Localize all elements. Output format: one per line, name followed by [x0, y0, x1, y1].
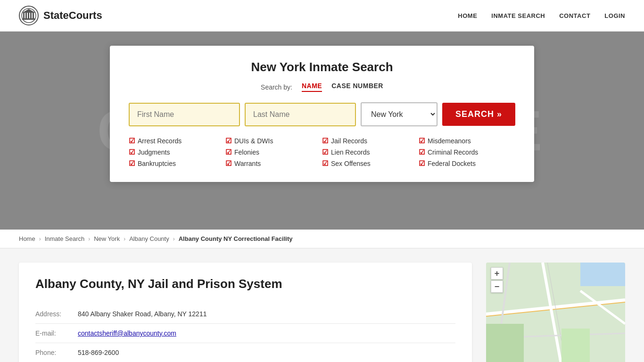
address-label: Address:: [35, 304, 78, 324]
check-judgments: ☑ Judgments: [129, 148, 225, 156]
checkmark-icon: ☑: [322, 148, 328, 156]
svg-rect-6: [33, 13, 34, 18]
check-bankruptcies: ☑ Bankruptcies: [129, 159, 225, 168]
phone-row: Phone: 518-869-2600: [35, 343, 455, 362]
checkmark-icon: ☑: [419, 148, 425, 156]
svg-rect-19: [561, 329, 590, 362]
search-by-label: Search by:: [261, 83, 292, 91]
svg-rect-18: [486, 324, 524, 362]
main-content: Albany County, NY Jail and Prison System…: [0, 248, 644, 362]
state-select[interactable]: New York: [361, 102, 438, 126]
search-by-row: Search by: NAME CASE NUMBER: [129, 82, 515, 92]
check-sex-offenses: ☑ Sex Offenses: [322, 159, 419, 168]
breadcrumb-sep-3: ›: [124, 236, 125, 242]
first-name-input[interactable]: [129, 103, 240, 126]
check-lien-records: ☑ Lien Records: [322, 148, 419, 156]
logo-area: StateCourts: [19, 6, 102, 25]
map-panel: + − CR 151: [486, 263, 625, 362]
search-title: New York Inmate Search: [129, 60, 515, 74]
zoom-out-button[interactable]: −: [491, 280, 503, 293]
check-misdemeanors: ☑ Misdemeanors: [419, 137, 515, 145]
check-warrants: ☑ Warrants: [225, 159, 322, 168]
check-label: Federal Dockets: [428, 160, 476, 167]
email-label: E-mail:: [35, 324, 78, 343]
tab-case-number[interactable]: CASE NUMBER: [331, 82, 383, 92]
checkmark-icon: ☑: [322, 137, 328, 145]
breadcrumb-home[interactable]: Home: [19, 235, 35, 242]
checkmark-icon: ☑: [225, 148, 231, 156]
check-criminal-records: ☑ Criminal Records: [419, 148, 515, 156]
checkmark-icon: ☑: [419, 137, 425, 145]
main-nav: HOME INMATE SEARCH CONTACT LOGIN: [458, 12, 625, 19]
breadcrumb-sep-1: ›: [39, 236, 41, 242]
phone-label: Phone:: [35, 343, 78, 362]
check-duis-dwis: ☑ DUIs & DWIs: [225, 137, 322, 145]
nav-login[interactable]: LOGIN: [604, 12, 625, 19]
breadcrumb-inmate-search[interactable]: Inmate Search: [45, 235, 85, 242]
svg-rect-5: [30, 13, 32, 18]
check-federal-dockets: ☑ Federal Dockets: [419, 159, 515, 168]
check-label: DUIs & DWIs: [234, 137, 273, 145]
breadcrumb-albany-county[interactable]: Albany County: [129, 235, 169, 242]
address-row: Address: 840 Albany Shaker Road, Albany,…: [35, 304, 455, 324]
nav-home[interactable]: HOME: [458, 12, 477, 19]
check-jail-records: ☑ Jail Records: [322, 137, 419, 145]
check-label: Jail Records: [331, 137, 367, 145]
search-inputs-row: New York SEARCH »: [129, 102, 515, 126]
checkmark-icon: ☑: [129, 148, 135, 156]
svg-rect-2: [23, 13, 25, 18]
check-label: Judgments: [138, 148, 170, 156]
svg-rect-3: [25, 13, 27, 18]
zoom-in-button[interactable]: +: [491, 267, 503, 280]
check-label: Warrants: [234, 160, 261, 167]
check-label: Bankruptcies: [138, 160, 176, 167]
svg-rect-8: [22, 18, 35, 20]
map-svg: [486, 263, 625, 362]
site-name: StateCourts: [43, 9, 102, 22]
checkmark-icon: ☑: [129, 159, 135, 168]
breadcrumb-new-york[interactable]: New York: [94, 235, 120, 242]
tab-name[interactable]: NAME: [302, 82, 322, 92]
check-label: Lien Records: [331, 148, 370, 156]
map-zoom-controls: + −: [491, 267, 503, 293]
facility-info-table: Address: 840 Albany Shaker Road, Albany,…: [35, 304, 455, 362]
nav-list: HOME INMATE SEARCH CONTACT LOGIN: [458, 12, 625, 19]
record-types-grid: ☑ Arrest Records ☑ DUIs & DWIs ☑ Jail Re…: [129, 137, 515, 168]
nav-inmate-search[interactable]: INMATE SEARCH: [491, 12, 545, 19]
breadcrumb-current: Albany County NY Correctional Facility: [179, 235, 293, 242]
facility-title: Albany County, NY Jail and Prison System: [35, 277, 455, 291]
breadcrumb: Home › Inmate Search › New York › Albany…: [0, 230, 644, 248]
check-label: Felonies: [234, 148, 259, 156]
last-name-input[interactable]: [245, 103, 356, 126]
svg-rect-10: [580, 263, 625, 286]
checkmark-icon: ☑: [419, 159, 425, 168]
breadcrumb-sep-4: ›: [173, 236, 175, 242]
checkmark-icon: ☑: [322, 159, 328, 168]
email-row: E-mail: contactsheriff@albanycounty.com: [35, 324, 455, 343]
logo-icon: [19, 6, 39, 25]
phone-value: 518-869-2600: [78, 343, 455, 362]
check-arrest-records: ☑ Arrest Records: [129, 137, 225, 145]
check-label: Arrest Records: [138, 137, 182, 145]
checkmark-icon: ☑: [225, 159, 231, 168]
address-value: 840 Albany Shaker Road, Albany, NY 12211: [78, 304, 455, 324]
nav-contact[interactable]: CONTACT: [559, 12, 590, 19]
check-label: Criminal Records: [428, 148, 478, 156]
checkmark-icon: ☑: [225, 137, 231, 145]
check-felonies: ☑ Felonies: [225, 148, 322, 156]
facility-info-panel: Albany County, NY Jail and Prison System…: [19, 263, 472, 362]
svg-rect-4: [28, 13, 29, 18]
svg-marker-7: [22, 9, 35, 13]
check-label: Misdemeanors: [428, 137, 471, 145]
hero-section: COURTHOUSE New York Inmate Search Search…: [0, 32, 644, 230]
search-button[interactable]: SEARCH »: [442, 103, 515, 126]
breadcrumb-sep-2: ›: [88, 236, 90, 242]
checkmark-icon: ☑: [129, 137, 135, 145]
search-card: New York Inmate Search Search by: NAME C…: [110, 46, 534, 182]
email-link[interactable]: contactsheriff@albanycounty.com: [78, 329, 176, 337]
site-header: StateCourts HOME INMATE SEARCH CONTACT L…: [0, 0, 644, 32]
check-label: Sex Offenses: [331, 160, 371, 167]
map-placeholder: + − CR 151: [486, 263, 625, 362]
email-value: contactsheriff@albanycounty.com: [78, 324, 455, 343]
